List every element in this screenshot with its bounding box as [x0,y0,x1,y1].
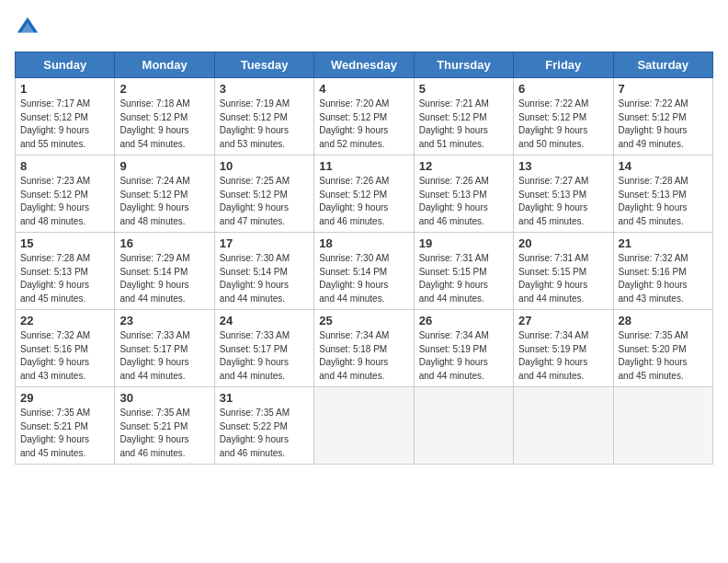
day-info: Sunrise: 7:31 AM Sunset: 5:15 PM Dayligh… [518,252,608,305]
empty-day [414,387,513,465]
day-number: 12 [419,159,508,173]
weekday-header: Sunday [16,52,115,78]
day-info: Sunrise: 7:33 AM Sunset: 5:17 PM Dayligh… [220,329,309,383]
day-number: 28 [619,314,708,327]
day-info: Sunrise: 7:25 AM Sunset: 5:12 PM Dayligh… [220,175,309,228]
calendar-day: 25Sunrise: 7:34 AM Sunset: 5:18 PM Dayli… [314,310,414,387]
day-info: Sunrise: 7:21 AM Sunset: 5:12 PM Dayligh… [419,98,508,151]
day-info: Sunrise: 7:30 AM Sunset: 5:14 PM Dayligh… [220,252,309,305]
calendar-day: 4Sunrise: 7:20 AM Sunset: 5:12 PM Daylig… [314,78,414,155]
day-number: 1 [20,82,109,96]
day-info: Sunrise: 7:35 AM Sunset: 5:22 PM Dayligh… [220,407,309,460]
empty-day [314,387,414,465]
calendar-day: 3Sunrise: 7:19 AM Sunset: 5:12 PM Daylig… [214,78,313,155]
calendar-day: 9Sunrise: 7:24 AM Sunset: 5:12 PM Daylig… [115,155,214,233]
calendar-day: 14Sunrise: 7:28 AM Sunset: 5:13 PM Dayli… [613,155,712,233]
day-info: Sunrise: 7:26 AM Sunset: 5:13 PM Dayligh… [419,175,508,228]
calendar-day: 22Sunrise: 7:32 AM Sunset: 5:16 PM Dayli… [16,310,115,387]
weekday-header: Thursday [414,52,513,78]
day-number: 24 [220,314,309,327]
weekday-header: Monday [115,52,214,78]
day-number: 23 [119,314,209,327]
day-number: 9 [119,159,209,173]
day-info: Sunrise: 7:32 AM Sunset: 5:16 PM Dayligh… [619,252,708,305]
calendar-day: 31Sunrise: 7:35 AM Sunset: 5:22 PM Dayli… [214,387,313,465]
day-info: Sunrise: 7:33 AM Sunset: 5:17 PM Dayligh… [119,329,209,383]
weekday-header: Saturday [613,52,712,78]
day-number: 6 [518,82,608,96]
weekday-header: Wednesday [314,52,414,78]
page-header [15,15,713,40]
calendar-day: 28Sunrise: 7:35 AM Sunset: 5:20 PM Dayli… [613,310,712,387]
day-info: Sunrise: 7:35 AM Sunset: 5:20 PM Dayligh… [619,329,708,383]
calendar: SundayMondayTuesdayWednesdayThursdayFrid… [15,52,713,465]
empty-day [613,387,712,465]
day-number: 22 [20,314,109,327]
calendar-day: 1Sunrise: 7:17 AM Sunset: 5:12 PM Daylig… [16,78,115,155]
calendar-day: 23Sunrise: 7:33 AM Sunset: 5:17 PM Dayli… [115,310,214,387]
calendar-day: 2Sunrise: 7:18 AM Sunset: 5:12 PM Daylig… [115,78,214,155]
calendar-day: 12Sunrise: 7:26 AM Sunset: 5:13 PM Dayli… [414,155,513,233]
day-number: 4 [319,82,408,96]
calendar-day: 18Sunrise: 7:30 AM Sunset: 5:14 PM Dayli… [314,233,414,310]
day-number: 27 [518,314,608,327]
day-info: Sunrise: 7:28 AM Sunset: 5:13 PM Dayligh… [20,252,109,305]
day-number: 5 [419,82,508,96]
day-info: Sunrise: 7:32 AM Sunset: 5:16 PM Dayligh… [20,329,109,383]
day-number: 26 [419,314,508,327]
day-number: 19 [419,236,508,250]
calendar-day: 5Sunrise: 7:21 AM Sunset: 5:12 PM Daylig… [414,78,513,155]
day-info: Sunrise: 7:34 AM Sunset: 5:19 PM Dayligh… [518,329,608,383]
day-number: 31 [220,391,309,405]
day-number: 15 [20,236,109,250]
day-number: 10 [220,159,309,173]
calendar-day: 13Sunrise: 7:27 AM Sunset: 5:13 PM Dayli… [514,155,613,233]
day-number: 16 [119,236,209,250]
empty-day [514,387,613,465]
day-number: 11 [319,159,408,173]
day-number: 13 [518,159,608,173]
day-info: Sunrise: 7:23 AM Sunset: 5:12 PM Dayligh… [20,175,109,228]
calendar-day: 8Sunrise: 7:23 AM Sunset: 5:12 PM Daylig… [16,155,115,233]
calendar-day: 29Sunrise: 7:35 AM Sunset: 5:21 PM Dayli… [16,387,115,465]
day-info: Sunrise: 7:34 AM Sunset: 5:18 PM Dayligh… [319,329,408,383]
calendar-day: 27Sunrise: 7:34 AM Sunset: 5:19 PM Dayli… [514,310,613,387]
day-number: 17 [220,236,309,250]
logo-icon [15,15,40,40]
calendar-day: 17Sunrise: 7:30 AM Sunset: 5:14 PM Dayli… [214,233,313,310]
calendar-day: 10Sunrise: 7:25 AM Sunset: 5:12 PM Dayli… [214,155,313,233]
day-info: Sunrise: 7:28 AM Sunset: 5:13 PM Dayligh… [619,175,708,228]
day-number: 21 [619,236,708,250]
day-info: Sunrise: 7:29 AM Sunset: 5:14 PM Dayligh… [119,252,209,305]
day-number: 18 [319,236,408,250]
calendar-day: 20Sunrise: 7:31 AM Sunset: 5:15 PM Dayli… [514,233,613,310]
calendar-day: 26Sunrise: 7:34 AM Sunset: 5:19 PM Dayli… [414,310,513,387]
day-number: 29 [20,391,109,405]
calendar-day: 24Sunrise: 7:33 AM Sunset: 5:17 PM Dayli… [214,310,313,387]
day-number: 7 [619,82,708,96]
day-number: 20 [518,236,608,250]
day-info: Sunrise: 7:31 AM Sunset: 5:15 PM Dayligh… [419,252,508,305]
day-info: Sunrise: 7:20 AM Sunset: 5:12 PM Dayligh… [319,98,408,151]
calendar-day: 6Sunrise: 7:22 AM Sunset: 5:12 PM Daylig… [514,78,613,155]
calendar-day: 19Sunrise: 7:31 AM Sunset: 5:15 PM Dayli… [414,233,513,310]
day-info: Sunrise: 7:19 AM Sunset: 5:12 PM Dayligh… [220,98,309,151]
calendar-day: 30Sunrise: 7:35 AM Sunset: 5:21 PM Dayli… [115,387,214,465]
calendar-day: 21Sunrise: 7:32 AM Sunset: 5:16 PM Dayli… [613,233,712,310]
weekday-header: Tuesday [214,52,313,78]
day-info: Sunrise: 7:22 AM Sunset: 5:12 PM Dayligh… [518,98,608,151]
logo [15,15,44,40]
calendar-day: 7Sunrise: 7:22 AM Sunset: 5:12 PM Daylig… [613,78,712,155]
day-number: 14 [619,159,708,173]
day-info: Sunrise: 7:34 AM Sunset: 5:19 PM Dayligh… [419,329,508,383]
day-info: Sunrise: 7:27 AM Sunset: 5:13 PM Dayligh… [518,175,608,228]
calendar-day: 16Sunrise: 7:29 AM Sunset: 5:14 PM Dayli… [115,233,214,310]
day-number: 3 [220,82,309,96]
day-info: Sunrise: 7:24 AM Sunset: 5:12 PM Dayligh… [119,175,209,228]
day-info: Sunrise: 7:35 AM Sunset: 5:21 PM Dayligh… [20,407,109,460]
calendar-day: 11Sunrise: 7:26 AM Sunset: 5:12 PM Dayli… [314,155,414,233]
day-info: Sunrise: 7:18 AM Sunset: 5:12 PM Dayligh… [119,98,209,151]
day-info: Sunrise: 7:26 AM Sunset: 5:12 PM Dayligh… [319,175,408,228]
day-info: Sunrise: 7:35 AM Sunset: 5:21 PM Dayligh… [119,407,209,460]
weekday-header: Friday [514,52,613,78]
